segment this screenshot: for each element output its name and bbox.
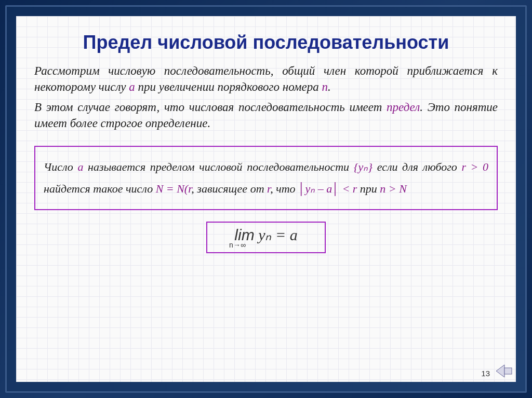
formula-box: lim yₙ = a n→∞	[206, 222, 326, 253]
page-number: 13	[481, 369, 490, 378]
symbol-n-gt-N: n > N	[380, 182, 407, 195]
symbol-N: N = N(r	[156, 182, 192, 195]
back-arrow-icon	[495, 363, 513, 379]
content-panel: Предел числовой последовательности Рассм…	[16, 16, 516, 382]
symbol-lt-r: < r	[339, 182, 357, 195]
intro-paragraph-1: Рассмотрим числовую последовательность, …	[34, 63, 498, 95]
slide-frame: Предел числовой последовательности Рассм…	[5, 5, 527, 393]
intro-text: В этом случае говорят, что числовая посл…	[34, 101, 387, 114]
def-text: , что	[270, 182, 298, 195]
formula-body: yₙ = a	[255, 226, 298, 243]
def-text: если для любого	[377, 160, 462, 173]
back-button[interactable]	[495, 363, 513, 379]
symbol-a: a	[129, 80, 135, 93]
intro-text: при увеличении порядкового номера	[135, 80, 322, 93]
page-title: Предел числовой последовательности	[34, 32, 498, 53]
term-limit: предел	[387, 101, 420, 114]
symbol-a: a	[77, 160, 83, 173]
intro-text: .	[328, 80, 331, 93]
def-text: при	[357, 182, 380, 195]
svg-marker-0	[496, 365, 504, 377]
def-text: называется пределом числовой последовате…	[83, 160, 353, 173]
svg-rect-1	[504, 368, 512, 374]
symbol-abs: │yₙ – a│	[298, 182, 339, 195]
symbol-n: n	[322, 80, 328, 93]
def-text: Число	[44, 160, 77, 173]
symbol-yn: {yₙ}	[354, 160, 373, 173]
def-text: , зависящее от	[191, 182, 267, 195]
intro-paragraph-2: В этом случае говорят, что числовая посл…	[34, 99, 498, 131]
definition-box: Число a называется пределом числовой пос…	[34, 146, 498, 210]
definition-text: Число a называется пределом числовой пос…	[44, 156, 488, 200]
symbol-r-gt-0: r > 0	[461, 160, 488, 173]
def-text: найдется такое число	[44, 182, 156, 195]
